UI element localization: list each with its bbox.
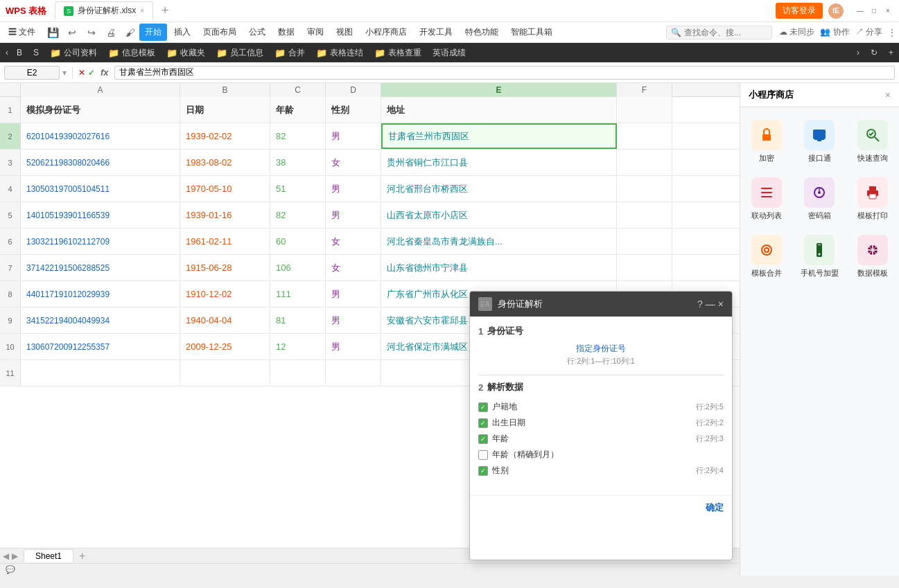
- col-header-b[interactable]: B: [180, 83, 270, 97]
- cell-f5[interactable]: [617, 202, 672, 228]
- active-tab[interactable]: S 身份证解析.xlsx ×: [55, 1, 153, 20]
- cell-c7[interactable]: 106: [270, 255, 326, 280]
- cell-d4[interactable]: 男: [326, 176, 381, 202]
- fav-item-merge[interactable]: 📁合并: [269, 46, 311, 60]
- cell-b2[interactable]: 1939-02-02: [180, 123, 270, 149]
- tab-devtools[interactable]: 开发工具: [414, 24, 458, 41]
- dialog-confirm-btn[interactable]: 确定: [706, 501, 724, 514]
- fx-label[interactable]: fx: [101, 67, 109, 78]
- cell-d10[interactable]: 男: [326, 334, 381, 359]
- more-btn[interactable]: ⋮: [888, 28, 896, 37]
- search-input[interactable]: [684, 28, 767, 37]
- fav-item-template[interactable]: 📁信息模板: [103, 46, 161, 60]
- confirm-formula-icon[interactable]: ✓: [88, 68, 95, 78]
- cell-c9[interactable]: 81: [270, 308, 326, 333]
- file-menu[interactable]: ☰ 文件: [3, 24, 41, 41]
- tab-page-layout[interactable]: 页面布局: [198, 24, 242, 41]
- mini-item-api[interactable]: 接口通: [793, 113, 846, 170]
- search-box[interactable]: 🔍: [666, 26, 772, 39]
- tab-data[interactable]: 数据: [272, 24, 300, 41]
- cell-e5[interactable]: 山西省太原市小店区: [381, 202, 617, 228]
- cell-e1[interactable]: 地址: [381, 97, 617, 123]
- cell-b7[interactable]: 1915-06-28: [180, 255, 270, 280]
- visitor-login-btn[interactable]: 访客登录: [776, 3, 823, 19]
- dialog-help-btn[interactable]: ?: [697, 299, 703, 310]
- cancel-formula-icon[interactable]: ✕: [78, 68, 85, 78]
- col-header-d[interactable]: D: [326, 83, 381, 97]
- cell-b11[interactable]: [180, 360, 270, 386]
- mini-item-phone[interactable]: 手机号加盟: [793, 228, 846, 285]
- checkbox-huji[interactable]: ✓: [478, 402, 488, 412]
- checkbox-birthday[interactable]: ✓: [478, 418, 488, 428]
- cell-f6[interactable]: [617, 229, 672, 254]
- cell-c10[interactable]: 12: [270, 334, 326, 359]
- cell-e7[interactable]: 山东省德州市宁津县: [381, 255, 617, 280]
- cell-e6[interactable]: 河北省秦皇岛市青龙满族自...: [381, 229, 617, 254]
- cell-b1[interactable]: 日期: [180, 97, 270, 123]
- dialog-close-btn[interactable]: ×: [718, 299, 724, 310]
- cell-reference-input[interactable]: [4, 66, 60, 80]
- col-header-c[interactable]: C: [270, 83, 326, 97]
- cell-b5[interactable]: 1939-01-16: [180, 202, 270, 228]
- cell-c3[interactable]: 38: [270, 150, 326, 175]
- cell-f2[interactable]: [617, 123, 672, 149]
- cell-a10[interactable]: 130607200912255357: [21, 334, 180, 359]
- fav-item-check[interactable]: 📁表格查重: [369, 46, 427, 60]
- fav-add-btn[interactable]: +: [886, 46, 896, 59]
- mini-item-encrypt[interactable]: 加密: [740, 113, 793, 170]
- save-icon[interactable]: 💾: [45, 25, 60, 40]
- tab-formula[interactable]: 公式: [243, 24, 271, 41]
- cell-f7[interactable]: [617, 255, 672, 280]
- tab-close-btn[interactable]: ×: [140, 7, 144, 15]
- tab-special[interactable]: 特色功能: [460, 24, 504, 41]
- fav-item-s[interactable]: S: [28, 46, 44, 59]
- checkbox-age[interactable]: ✓: [478, 434, 488, 444]
- cell-d2[interactable]: 男: [326, 123, 381, 149]
- mini-item-vault[interactable]: 密码箱: [793, 170, 846, 228]
- fav-item-company[interactable]: 📁公司资料: [44, 46, 103, 60]
- cell-f4[interactable]: [617, 176, 672, 202]
- redo-icon[interactable]: ↪: [84, 25, 99, 40]
- panel-close-btn[interactable]: ×: [885, 89, 891, 100]
- fav-item-link[interactable]: 📁表格连结: [311, 46, 369, 60]
- new-tab-btn[interactable]: +: [156, 3, 175, 18]
- tab-review[interactable]: 审阅: [302, 24, 329, 41]
- fav-item-english[interactable]: 英语成绩: [427, 46, 471, 60]
- cell-c6[interactable]: 60: [270, 229, 326, 254]
- cell-d5[interactable]: 男: [326, 202, 381, 228]
- sheet-nav-right[interactable]: ▶: [12, 551, 18, 561]
- cell-a4[interactable]: 130503197005104511: [21, 176, 180, 202]
- cell-f3[interactable]: [617, 150, 672, 175]
- fav-next-btn[interactable]: ›: [854, 46, 862, 59]
- mini-item-merge[interactable]: 模板合并: [740, 228, 793, 285]
- undo-icon[interactable]: ↩: [64, 25, 80, 40]
- cell-e2[interactable]: 甘肃省兰州市西固区: [381, 123, 617, 149]
- cell-a11[interactable]: [21, 360, 180, 386]
- tab-view[interactable]: 视图: [331, 24, 358, 41]
- add-sheet-btn[interactable]: +: [73, 549, 91, 564]
- cell-b10[interactable]: 2009-12-25: [180, 334, 270, 359]
- mini-item-search[interactable]: 快速查询: [846, 113, 899, 170]
- maximize-btn[interactable]: □: [869, 6, 880, 17]
- share-btn[interactable]: ↗ 分享: [855, 26, 882, 38]
- cell-a5[interactable]: 140105193901166539: [21, 202, 180, 228]
- cell-d11[interactable]: [326, 360, 381, 386]
- specify-id-link[interactable]: 指定身份证号: [478, 343, 724, 355]
- tab-miniapp[interactable]: 小程序商店: [360, 24, 412, 41]
- cell-a2[interactable]: 620104193902027616: [21, 123, 180, 149]
- cell-c1[interactable]: 年龄: [270, 97, 326, 123]
- formula-input[interactable]: [114, 66, 895, 80]
- fav-refresh-btn[interactable]: ↻: [868, 46, 880, 59]
- cell-a8[interactable]: 440117191012029939: [21, 281, 180, 307]
- cell-b6[interactable]: 1961-02-11: [180, 229, 270, 254]
- cell-c2[interactable]: 82: [270, 123, 326, 149]
- cell-c8[interactable]: 111: [270, 281, 326, 307]
- cell-b4[interactable]: 1970-05-10: [180, 176, 270, 202]
- dialog-minimize-btn[interactable]: —: [706, 299, 715, 310]
- cell-c4[interactable]: 51: [270, 176, 326, 202]
- cell-d1[interactable]: 性别: [326, 97, 381, 123]
- col-header-a[interactable]: A: [21, 83, 180, 97]
- col-header-f[interactable]: F: [617, 83, 672, 97]
- print-preview-icon[interactable]: 🖨: [103, 25, 119, 40]
- tab-insert[interactable]: 插入: [168, 24, 196, 41]
